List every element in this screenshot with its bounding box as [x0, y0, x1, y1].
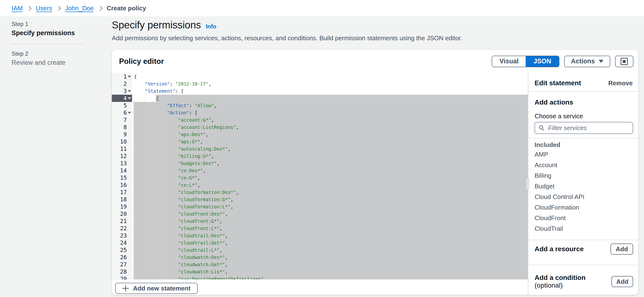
- line-number[interactable]: 10: [112, 138, 132, 145]
- line-number[interactable]: 29: [112, 275, 132, 280]
- code-line[interactable]: 4 {: [112, 95, 528, 102]
- step2-label: Step 2: [12, 50, 84, 57]
- editor-mode-toggle: Visual JSON: [492, 56, 560, 67]
- line-number[interactable]: 15: [112, 174, 132, 181]
- chevron-right-icon: [56, 6, 61, 10]
- code-line[interactable]: 7 "account:G*",: [112, 116, 528, 124]
- fold-arrow-icon[interactable]: [128, 97, 131, 99]
- line-number[interactable]: 17: [112, 189, 132, 196]
- step1-title[interactable]: Specify permissions: [12, 29, 84, 37]
- filter-services-input[interactable]: [548, 124, 629, 132]
- policy-editor-header: Policy editor Visual JSON Actions: [112, 50, 638, 73]
- line-number[interactable]: 4: [112, 95, 132, 102]
- line-number[interactable]: 9: [112, 131, 132, 138]
- code-line[interactable]: 10 "aps:G*",: [112, 138, 528, 145]
- line-number[interactable]: 2: [112, 80, 132, 87]
- code-line[interactable]: 17 "cloudformation:Des*",: [112, 189, 528, 196]
- preferences-button[interactable]: [615, 56, 634, 67]
- add-new-statement-button[interactable]: Add new statement: [115, 283, 198, 294]
- code-line[interactable]: 26 "cloudwatch:Des*",: [112, 254, 528, 261]
- edit-statement-panel: Edit statement Remove Add actions Choose…: [528, 73, 638, 295]
- page-description: Add permissions by selecting services, a…: [112, 34, 462, 42]
- code-line[interactable]: 1{: [112, 73, 528, 80]
- included-service-amp: AMP: [534, 149, 633, 160]
- line-number[interactable]: 16: [112, 181, 132, 189]
- panel-divider: [528, 73, 528, 295]
- code-line[interactable]: 16 "ce:L*",: [112, 181, 528, 189]
- included-header: Included: [528, 141, 638, 149]
- line-number[interactable]: 21: [112, 218, 132, 225]
- code-line[interactable]: 24 "cloudtrail:Get*",: [112, 239, 528, 246]
- chevron-down-icon: [599, 60, 604, 63]
- line-number[interactable]: 18: [112, 196, 132, 203]
- visual-toggle-button[interactable]: Visual: [492, 56, 526, 67]
- optional-label: (optional): [534, 282, 563, 289]
- line-number[interactable]: 20: [112, 210, 132, 218]
- page-title: Specify permissions: [112, 19, 201, 31]
- line-number[interactable]: 11: [112, 145, 132, 152]
- breadcrumb-item-users[interactable]: Users: [36, 4, 52, 12]
- code-line[interactable]: 23 "cloudtrail:Des*",: [112, 232, 528, 239]
- code-line[interactable]: 15 "ce:G*",: [112, 174, 528, 181]
- line-number[interactable]: 5: [112, 102, 132, 109]
- included-service-cloudtrail: CloudTrail: [534, 223, 633, 234]
- line-number[interactable]: 6: [112, 109, 132, 116]
- code-line[interactable]: 12 "billing:G*",: [112, 152, 528, 160]
- code-line[interactable]: 25 "cloudtrail:L*",: [112, 246, 528, 254]
- fold-arrow-icon[interactable]: [128, 90, 131, 92]
- breadcrumb-item-john-doe[interactable]: John_Doe: [65, 4, 94, 12]
- code-line[interactable]: 9 "aps:Des*",: [112, 131, 528, 138]
- panel-divider-line: [528, 265, 638, 265]
- code-line[interactable]: 21 "cloudfront:G*",: [112, 218, 528, 225]
- remove-statement-button[interactable]: Remove: [608, 79, 633, 87]
- add-condition-button[interactable]: Add: [612, 276, 633, 287]
- add-new-statement-label: Add new statement: [133, 285, 190, 292]
- line-number[interactable]: 1: [112, 73, 132, 80]
- actions-dropdown-button[interactable]: Actions: [564, 56, 610, 67]
- code-line[interactable]: 8 "account:ListRegions",: [112, 124, 528, 131]
- code-line[interactable]: 29 "cur:DescribeReportDefinitions": [112, 275, 528, 280]
- panel-resize-handle[interactable]: [526, 179, 530, 189]
- chevron-right-icon: [98, 6, 103, 10]
- add-resource-button[interactable]: Add: [610, 244, 633, 255]
- code-line[interactable]: 20 "cloudfront:Des*",: [112, 210, 528, 218]
- line-number[interactable]: 14: [112, 167, 132, 174]
- code-line[interactable]: 3 "Statement": [: [112, 87, 528, 95]
- line-number[interactable]: 3: [112, 87, 132, 95]
- code-line[interactable]: 11 "autoscaling:Des*",: [112, 145, 528, 152]
- json-toggle-button[interactable]: JSON: [526, 56, 559, 67]
- line-number[interactable]: 22: [112, 225, 132, 232]
- line-number[interactable]: 8: [112, 124, 132, 131]
- code-line[interactable]: 14 "ce:Des*",: [112, 167, 528, 174]
- line-number[interactable]: 12: [112, 152, 132, 160]
- line-number[interactable]: 7: [112, 116, 132, 124]
- add-condition-row: Add a condition (optional) Add: [528, 274, 638, 289]
- fold-arrow-icon[interactable]: [128, 112, 131, 114]
- code-line[interactable]: 13 "budgets:Des*",: [112, 160, 528, 167]
- code-line[interactable]: 2 "Version": "2012-10-17",: [112, 80, 528, 87]
- step2-title[interactable]: Review and create: [12, 59, 84, 66]
- code-line[interactable]: 22 "cloudfront:L*",: [112, 225, 528, 232]
- line-number[interactable]: 25: [112, 246, 132, 254]
- line-number[interactable]: 24: [112, 239, 132, 246]
- json-code-editor[interactable]: 1{2 "Version": "2012-10-17",3 "Statement…: [112, 73, 528, 280]
- included-service-account: Account: [534, 160, 633, 170]
- code-line[interactable]: 18 "cloudformation:G*",: [112, 196, 528, 203]
- fold-arrow-icon[interactable]: [128, 76, 131, 78]
- line-number[interactable]: 28: [112, 268, 132, 275]
- line-number[interactable]: 23: [112, 232, 132, 239]
- code-line[interactable]: 28 "cloudwatch:Lis*",: [112, 268, 528, 275]
- code-line[interactable]: 19 "cloudformation:L*",: [112, 203, 528, 210]
- service-filter-box: [534, 122, 633, 134]
- code-line[interactable]: 27 "cloudwatch:Get*",: [112, 261, 528, 268]
- breadcrumb-item-iam[interactable]: IAM: [12, 4, 23, 12]
- line-number[interactable]: 26: [112, 254, 132, 261]
- code-line[interactable]: 6 "Action": [: [112, 109, 528, 116]
- code-line[interactable]: 5 "Effect": "Allow",: [112, 102, 528, 109]
- line-number[interactable]: 13: [112, 160, 132, 167]
- policy-editor-card: Policy editor Visual JSON Actions 1{2: [112, 50, 638, 295]
- line-number[interactable]: 19: [112, 203, 132, 210]
- info-link[interactable]: Info: [206, 23, 216, 30]
- choose-service-label: Choose a service: [534, 112, 633, 120]
- line-number[interactable]: 27: [112, 261, 132, 268]
